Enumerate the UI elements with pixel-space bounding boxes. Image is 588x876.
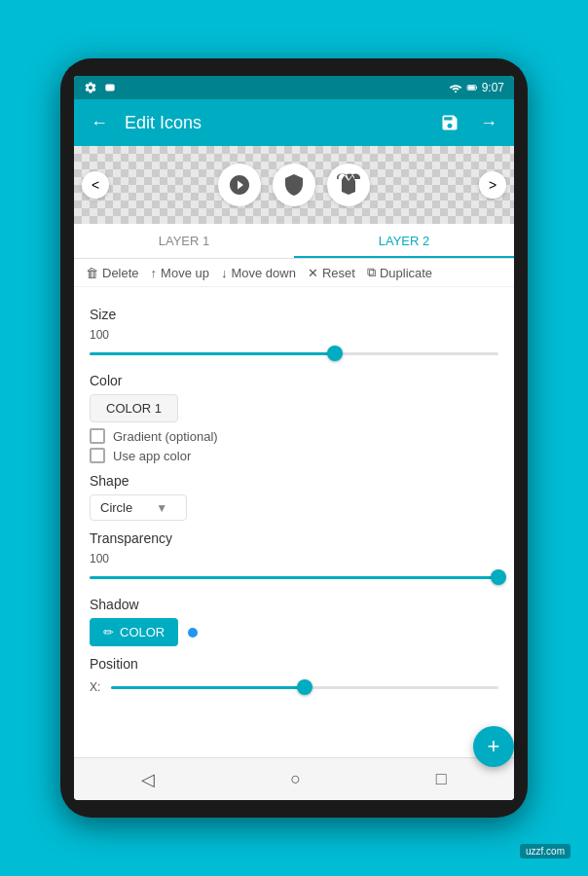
shadow-color-label: COLOR bbox=[120, 625, 165, 639]
move-down-button[interactable]: ↓ Move down bbox=[221, 266, 296, 280]
duplicate-button[interactable]: ⧉ Duplicate bbox=[367, 265, 432, 280]
discord-icon bbox=[103, 81, 117, 94]
shadow-color-dot bbox=[188, 628, 198, 638]
preview-icon-1 bbox=[218, 164, 261, 206]
shadow-color-button[interactable]: ✏ COLOR bbox=[90, 618, 178, 646]
preview-area: < > bbox=[74, 146, 514, 224]
dropdown-arrow-icon: ▼ bbox=[156, 501, 167, 515]
size-slider-fill bbox=[90, 352, 335, 355]
x-label: X: bbox=[90, 680, 103, 694]
transparency-label: Transparency bbox=[90, 530, 498, 546]
svg-point-1 bbox=[455, 91, 457, 92]
transparency-slider-track bbox=[90, 576, 498, 579]
shadow-label: Shadow bbox=[90, 597, 498, 612]
size-value: 100 bbox=[90, 328, 498, 342]
nav-back-icon[interactable]: ◁ bbox=[141, 769, 155, 790]
preview-icon-3 bbox=[327, 164, 370, 206]
tabs: LAYER 1 LAYER 2 bbox=[74, 224, 514, 259]
position-x-row: X: bbox=[90, 677, 498, 697]
size-slider-thumb[interactable] bbox=[327, 346, 343, 361]
status-bar: 9:07 bbox=[74, 76, 514, 99]
watermark: uzzf.com bbox=[520, 844, 570, 858]
nav-recent-icon[interactable]: □ bbox=[436, 769, 447, 789]
main-content: Size 100 Color COLOR 1 Gradient (optiona… bbox=[74, 287, 514, 757]
svg-rect-3 bbox=[476, 87, 477, 89]
pencil-icon: ✏ bbox=[103, 625, 114, 639]
nav-bar: ◁ ○ □ bbox=[74, 757, 514, 800]
move-up-label: Move up bbox=[161, 266, 209, 280]
position-x-track bbox=[111, 686, 498, 689]
status-bar-left bbox=[84, 81, 117, 94]
time-display: 9:07 bbox=[482, 81, 504, 94]
fab-add-button[interactable]: + bbox=[473, 726, 514, 767]
duplicate-label: Duplicate bbox=[380, 266, 432, 280]
battery-icon bbox=[466, 82, 478, 93]
shape-label: Shape bbox=[90, 473, 498, 489]
save-button[interactable] bbox=[436, 109, 463, 136]
topbar: ← Edit Icons → bbox=[74, 99, 514, 146]
svg-rect-0 bbox=[105, 85, 114, 91]
toolbar-row: 🗑 Delete ↑ Move up ↓ Move down ✕ Reset ⧉… bbox=[74, 259, 514, 287]
position-x-slider[interactable] bbox=[111, 677, 498, 697]
reset-icon: ✕ bbox=[308, 266, 318, 280]
use-app-color-row: Use app color bbox=[90, 448, 498, 463]
delete-button[interactable]: 🗑 Delete bbox=[86, 266, 139, 280]
prev-button[interactable]: < bbox=[82, 171, 109, 199]
transparency-slider-fill bbox=[90, 576, 498, 579]
delete-icon: 🗑 bbox=[86, 266, 98, 280]
gradient-row: Gradient (optional) bbox=[90, 428, 498, 444]
use-app-color-checkbox[interactable] bbox=[90, 448, 105, 463]
position-x-fill bbox=[111, 686, 305, 689]
color1-button[interactable]: COLOR 1 bbox=[90, 394, 178, 422]
topbar-title: Edit Icons bbox=[125, 113, 424, 133]
reset-label: Reset bbox=[322, 266, 355, 280]
shape-selected: Circle bbox=[100, 500, 132, 515]
size-slider-track bbox=[90, 352, 498, 355]
duplicate-icon: ⧉ bbox=[367, 265, 376, 280]
tab-layer1[interactable]: LAYER 1 bbox=[74, 224, 294, 258]
svg-rect-4 bbox=[467, 86, 474, 90]
gradient-label: Gradient (optional) bbox=[113, 429, 218, 444]
shadow-row: ✏ COLOR bbox=[90, 618, 498, 646]
transparency-slider[interactable] bbox=[90, 567, 498, 587]
wifi-icon bbox=[449, 83, 462, 92]
size-slider[interactable] bbox=[90, 344, 498, 363]
move-up-icon: ↑ bbox=[151, 266, 158, 280]
position-label: Position bbox=[90, 656, 498, 672]
move-down-icon: ↓ bbox=[221, 266, 228, 280]
move-up-button[interactable]: ↑ Move up bbox=[151, 266, 209, 280]
back-button[interactable]: ← bbox=[86, 109, 113, 136]
settings-icon bbox=[84, 81, 97, 94]
size-label: Size bbox=[90, 307, 498, 322]
device: 9:07 ← Edit Icons → < bbox=[60, 58, 528, 818]
preview-icon-2 bbox=[273, 164, 315, 206]
shape-select-row: Circle ▼ bbox=[90, 494, 498, 521]
move-down-label: Move down bbox=[231, 266, 295, 280]
transparency-slider-thumb[interactable] bbox=[491, 569, 506, 585]
tab-layer2[interactable]: LAYER 2 bbox=[294, 224, 514, 258]
position-x-thumb[interactable] bbox=[297, 679, 312, 695]
use-app-color-label: Use app color bbox=[113, 449, 191, 463]
gradient-checkbox[interactable] bbox=[90, 428, 105, 444]
nav-home-icon[interactable]: ○ bbox=[290, 769, 301, 789]
next-button[interactable]: > bbox=[479, 171, 506, 199]
shape-dropdown[interactable]: Circle ▼ bbox=[90, 494, 187, 521]
preview-icons bbox=[218, 164, 370, 206]
reset-button[interactable]: ✕ Reset bbox=[308, 266, 355, 280]
color-label: Color bbox=[90, 373, 498, 388]
device-screen: 9:07 ← Edit Icons → < bbox=[74, 76, 514, 800]
status-bar-right: 9:07 bbox=[449, 81, 504, 94]
transparency-value: 100 bbox=[90, 552, 498, 566]
forward-button[interactable]: → bbox=[475, 109, 502, 136]
delete-label: Delete bbox=[102, 266, 139, 280]
